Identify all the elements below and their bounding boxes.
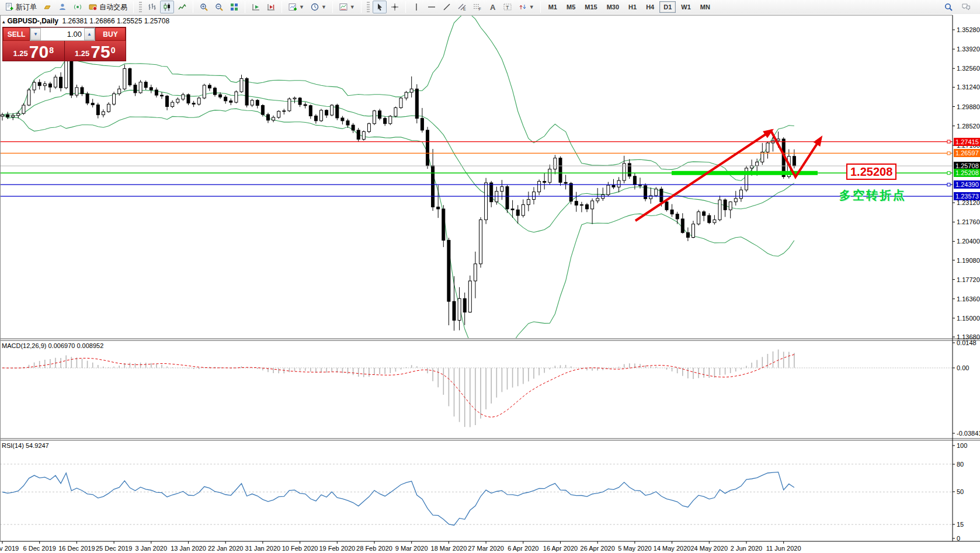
candle-body bbox=[442, 209, 445, 241]
crosshair-button[interactable] bbox=[388, 1, 402, 13]
axis-tick-label: 1.35280 bbox=[957, 26, 980, 33]
sell-button[interactable]: SELL bbox=[3, 27, 30, 41]
main-toolbar: 新订单自动交易▼▼▼EFAT▼M1M5M15M30H1H4D1W1MN bbox=[0, 0, 980, 15]
candle-body bbox=[511, 209, 514, 210]
date-label: 16 Apr 2020 bbox=[543, 545, 578, 552]
templates-button[interactable]: ▼ bbox=[336, 1, 357, 13]
panel-toggle-icon[interactable]: ▴ bbox=[2, 19, 5, 25]
candlestick-chart-button[interactable] bbox=[160, 1, 174, 13]
gold-chart-button[interactable] bbox=[40, 1, 54, 13]
candle-body bbox=[261, 106, 264, 115]
indicators-button[interactable]: ▼ bbox=[286, 1, 307, 13]
mt4-window: 新订单自动交易▼▼▼EFAT▼M1M5M15M30H1H4D1W1MN 1.35… bbox=[0, 0, 980, 553]
date-label: 11 Jun 2020 bbox=[766, 545, 801, 552]
horizontal-line-button[interactable] bbox=[425, 1, 439, 13]
axis-tick-label: 50 bbox=[957, 488, 964, 495]
timeframe-h1-button[interactable]: H1 bbox=[624, 1, 641, 13]
community-button[interactable] bbox=[55, 1, 69, 13]
axis-tick-label: 1.29880 bbox=[957, 103, 980, 110]
sell-price-small: 1.25 bbox=[13, 49, 28, 58]
trendline-icon bbox=[442, 2, 451, 12]
toolbar-separator bbox=[245, 1, 245, 13]
price-level-badge: 1.25208 bbox=[954, 169, 980, 177]
candle-body bbox=[171, 102, 174, 106]
toolbar-grip[interactable] bbox=[367, 2, 370, 12]
buy-price-pip: 0 bbox=[111, 47, 116, 53]
line-anchor-handle[interactable] bbox=[947, 152, 950, 155]
tile-windows-button[interactable] bbox=[227, 1, 241, 13]
trendline-button[interactable] bbox=[440, 1, 454, 13]
channel-button[interactable]: E bbox=[455, 1, 469, 13]
date-label: 28 Feb 2020 bbox=[356, 545, 392, 552]
candle-body bbox=[60, 77, 62, 88]
line-anchor-handle[interactable] bbox=[947, 172, 950, 175]
candle-body bbox=[569, 183, 572, 201]
timeframe-m5-button[interactable]: M5 bbox=[562, 1, 579, 13]
candle-body bbox=[325, 110, 328, 115]
candle-body bbox=[214, 88, 217, 95]
chart-canvas[interactable]: 1.352801.339201.325601.312401.298801.285… bbox=[0, 14, 980, 553]
zoom-out-button[interactable] bbox=[212, 1, 226, 13]
search-button[interactable] bbox=[941, 1, 955, 13]
candle-body bbox=[128, 68, 131, 85]
candle-body bbox=[405, 92, 408, 98]
line-anchor-handle[interactable] bbox=[947, 140, 950, 143]
timeframe-m1-button[interactable]: M1 bbox=[544, 1, 561, 13]
signals-button[interactable] bbox=[71, 1, 85, 13]
cursor-button[interactable] bbox=[373, 1, 387, 13]
candle-body bbox=[384, 119, 387, 124]
candle-body bbox=[134, 85, 137, 92]
candle-body bbox=[596, 199, 599, 201]
axis-tick-label: 1.21760 bbox=[957, 218, 980, 225]
zoom-in-button[interactable] bbox=[197, 1, 211, 13]
timeframe-mn-button[interactable]: MN bbox=[696, 1, 714, 13]
fibonacci-button[interactable]: F bbox=[470, 1, 484, 13]
line-anchor-handle[interactable] bbox=[947, 183, 950, 186]
timeframe-d1-button[interactable]: D1 bbox=[659, 1, 676, 13]
candle-body bbox=[197, 98, 200, 104]
shapes-button[interactable]: ▼ bbox=[516, 1, 537, 13]
label-button[interactable]: T bbox=[501, 1, 515, 13]
label-icon: T bbox=[503, 2, 512, 12]
volume-decrease-button[interactable]: ▼ bbox=[30, 28, 41, 40]
periods-button[interactable]: ▼ bbox=[308, 1, 329, 13]
line-chart-button[interactable] bbox=[175, 1, 189, 13]
candle-body bbox=[485, 183, 488, 220]
buy-button[interactable]: BUY bbox=[95, 27, 126, 41]
chart-shift-button[interactable] bbox=[264, 1, 278, 13]
volume-input[interactable] bbox=[41, 28, 84, 40]
search-icon bbox=[944, 2, 953, 12]
timeframe-m15-button[interactable]: M15 bbox=[581, 1, 601, 13]
chart-title: ▴GBPUSD-,Daily 1.26381 1.26866 1.25525 1… bbox=[2, 17, 169, 25]
axis-tick-label: 0 bbox=[957, 535, 960, 542]
new-order-button[interactable]: 新订单 bbox=[2, 1, 39, 13]
candle-body bbox=[1, 115, 4, 116]
candle-body bbox=[96, 105, 99, 115]
candle-body bbox=[389, 116, 392, 124]
volume-increase-button[interactable]: ▲ bbox=[84, 28, 95, 40]
candle-body bbox=[277, 112, 280, 117]
candle-body bbox=[633, 176, 636, 185]
text-button[interactable]: A bbox=[485, 1, 499, 13]
date-label: 16 Dec 2019 bbox=[58, 545, 95, 552]
timeframe-h4-button[interactable]: H4 bbox=[642, 1, 658, 13]
buy-price-quote[interactable]: 1.25 75 0 bbox=[65, 41, 126, 61]
bar-chart-button[interactable] bbox=[145, 1, 159, 13]
autotrading-button[interactable]: 自动交易 bbox=[86, 1, 130, 13]
toolbar-separator bbox=[282, 1, 282, 13]
templates-icon bbox=[339, 2, 348, 12]
auto-scroll-button[interactable] bbox=[249, 1, 263, 13]
toolbar-grip[interactable] bbox=[139, 2, 142, 12]
timeframe-m30-button[interactable]: M30 bbox=[603, 1, 623, 13]
vertical-line-button[interactable] bbox=[409, 1, 423, 13]
axis-tick-label: 0.00 bbox=[957, 364, 969, 371]
candle-body bbox=[591, 201, 594, 209]
bar-chart-icon bbox=[147, 2, 157, 12]
timeframe-w1-button[interactable]: W1 bbox=[677, 1, 695, 13]
candle-body bbox=[245, 79, 248, 106]
candle-body bbox=[107, 104, 110, 112]
chat-button[interactable] bbox=[959, 1, 973, 13]
candle-body bbox=[692, 224, 695, 238]
date-label: 18 Mar 2020 bbox=[431, 545, 467, 552]
sell-price-quote[interactable]: 1.25 70 8 bbox=[3, 41, 64, 61]
